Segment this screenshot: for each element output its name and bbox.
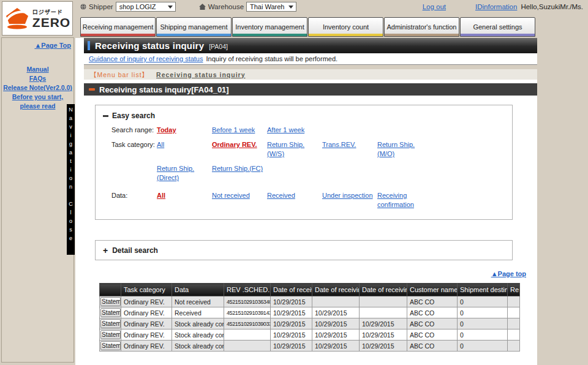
easy-search-link[interactable]: Received [267,192,295,199]
cell-shipment-destination: 0 [458,329,508,341]
warehouse-select[interactable]: Thai Wareh [246,2,296,12]
house-icon [199,4,206,10]
table-row: Statement Ordinary REV. Stock already co… [100,341,520,352]
globe-icon [80,4,86,10]
easy-search-panel: Easy search Search range: Today Before 1… [95,105,513,220]
menu-tab-color-strip [233,34,307,36]
detail-search-title: Detail search [112,246,158,255]
statement-button[interactable]: Statement [100,319,121,328]
chevron-down-icon [168,6,173,9]
cell-date-3: 10/29/2015 [360,318,407,329]
easy-search-link[interactable]: Under inspection [322,192,373,199]
easy-search-link[interactable]: Return Ship.(M/O) [377,141,415,157]
breadcrumb-link[interactable]: Receiving status inquiry [156,71,245,78]
menu-tab[interactable]: Shipping management [156,17,232,37]
cell-customer-name: ABC CO [407,296,458,307]
cell-customer-name: ABC CO [407,341,458,352]
easy-search-link[interactable]: Not received [212,192,250,199]
menu-tab-label: Receiving management [81,23,155,34]
menu-tab[interactable]: Inventory count [308,17,383,37]
table-header-cell: Date of receiving [360,284,407,296]
easy-search-link[interactable]: Return Ship.(W/S) [267,141,304,157]
easy-search-link[interactable]: Before 1 week [212,126,255,134]
table-header-cell: Data [172,284,224,296]
app-logo: ロジザード ZERO [2,1,73,36]
statement-button[interactable]: Statement [100,297,121,306]
cell-rev-sched-no [224,329,271,341]
table-header-cell: Shipment destination [458,284,508,296]
easy-search-link[interactable]: All [157,141,164,148]
sidebar-link[interactable]: Before you start, please read [2,92,74,111]
easy-search-link[interactable]: Ordinary REV. [212,141,257,148]
table-header-cell: Customer name [407,284,458,296]
statement-button[interactable]: Statement [100,330,121,339]
guidance-link[interactable]: Guidance of inquiry of receiving status [89,55,203,62]
breadcrumb: 【Menu bar list】 Receiving status inquiry [84,69,537,80]
cell-re [508,329,520,341]
statement-button[interactable]: Statement [100,308,121,317]
page-top-link[interactable]: ▲Page top [491,270,526,277]
sidebar-link[interactable]: FAQs [2,74,74,83]
logo-zero-text: ZERO [32,16,70,29]
menu-tab-label: Administrator's function [385,23,459,34]
easy-search-link[interactable]: After 1 week [267,126,304,134]
menu-tab-label: Inventory count [309,23,383,34]
easy-search-link[interactable]: Return Ship.(FC) [212,165,263,172]
data-row: Data: All Not received Received Under in… [103,191,512,209]
cell-date-2 [312,296,360,307]
cell-data-status: Received [172,307,224,318]
title-accent-bar [88,41,90,50]
statement-button[interactable]: Statement [100,341,121,350]
sidebar-link[interactable]: Manual [2,65,74,74]
cell-date-3: 10/29/2015 [360,329,407,341]
collapse-minus-icon[interactable] [89,88,95,91]
easy-search-link[interactable]: All [157,192,165,199]
shipper-label: Shipper [89,3,113,10]
logout-link[interactable]: Log out [423,3,446,10]
shipper-select[interactable]: shop LOGIZ [116,2,176,12]
logo-house-icon [4,6,30,31]
cell-re [508,296,520,307]
table-header-cell [100,284,121,296]
page-top-row: ▲Page top [84,260,537,277]
page-title-bar: Receiving status inquiry [PA04] [84,38,537,53]
menu-tab-label: Inventory management [233,23,307,34]
cell-task-category: Ordinary REV. [121,296,172,307]
menu-tab[interactable]: Inventory management [232,17,307,37]
easy-search-link[interactable]: Today [157,126,176,134]
easy-search-link[interactable]: Trans.REV. [322,141,356,148]
cell-task-category: Ordinary REV. [121,341,172,352]
cell-data-status: Not received [172,296,224,307]
chevron-down-icon [288,6,293,9]
expand-plus-icon: + [103,246,108,255]
cell-date-2: 10/29/2015 [312,341,360,352]
easy-search-link[interactable]: Return Ship.(Direct) [157,165,194,181]
table-header-cell: Date of receiving [271,284,312,296]
table-row: Statement Ordinary REV. Received 4521510… [100,307,520,318]
cell-data-status: Stock already confirmed [172,318,224,329]
easy-search-link[interactable]: Receiving confirmation [377,192,414,208]
warehouse-select-value: Thai Wareh [250,3,284,10]
menu-tab-color-strip [157,34,231,36]
results-table: Task category Data REV .SCHED. NO Date o… [99,283,520,352]
sidebar-link[interactable]: Release Note(Ver2.0.0) [2,83,74,92]
easy-search-header[interactable]: Easy search [103,111,512,120]
navigation-close-strip[interactable]: Navigation Close [67,104,75,255]
menu-tab-label: General settings [461,23,535,34]
table-header-cell: REV .SCHED. NO [224,284,271,296]
cell-re [508,341,520,352]
cell-date-3 [360,307,407,318]
detail-search-panel[interactable]: + Detail search [95,240,513,260]
id-information-link[interactable]: IDinformation [475,3,517,10]
section-header: Receiving status inquiry[FA04_01] [84,83,537,96]
cell-rev-sched-no: 4521510291039033 [224,318,271,329]
menu-tab[interactable]: General settings [460,17,535,37]
cell-customer-name: ABC CO [407,307,458,318]
task-category-row-2: Return Ship.(Direct) Return Ship.(FC) [103,164,512,182]
row-label: Data: [103,191,157,199]
sidebar-page-top-link[interactable]: ▲Page Top [2,38,74,49]
menu-tab[interactable]: Administrator's function [384,17,459,37]
menu-tab[interactable]: Receiving management [80,17,156,37]
row-label: Search range: [103,126,157,134]
search-range-row: Search range: Today Before 1 week After … [103,126,512,135]
